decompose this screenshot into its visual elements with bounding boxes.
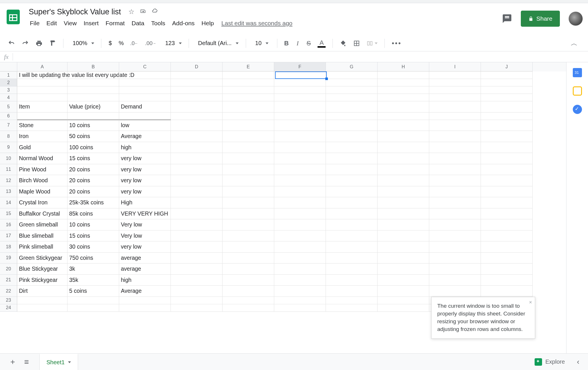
star-icon[interactable]: ☆ [128,8,135,16]
cell-I20[interactable] [429,264,481,275]
cell-D18[interactable] [171,241,223,253]
cell-G20[interactable] [326,264,378,275]
cell-G1[interactable] [326,71,378,79]
cell-F12[interactable] [274,175,326,186]
cell-H6[interactable] [378,113,429,120]
col-header-B[interactable]: B [67,62,119,71]
cell-A6[interactable] [17,113,67,120]
cell-B9[interactable]: 100 coins [67,142,119,153]
cell-H18[interactable] [378,241,429,253]
cell-I12[interactable] [429,175,481,186]
cell-J8[interactable] [481,131,533,142]
cell-E13[interactable] [223,186,274,197]
cell-F6[interactable] [274,113,326,120]
cell-E21[interactable] [223,275,274,286]
cell-D13[interactable] [171,186,223,197]
cell-D10[interactable] [171,153,223,164]
col-header-J[interactable]: J [481,62,533,71]
cell-C9[interactable]: high [119,142,171,153]
cell-C17[interactable]: Very low [119,230,171,242]
strikethrough-icon[interactable]: S [304,38,314,49]
cell-H3[interactable] [378,86,429,94]
row-header-1[interactable]: 1 [0,71,17,79]
row-header-2[interactable]: 2 [0,79,17,86]
cell-G23[interactable] [326,297,378,304]
cell-G24[interactable] [326,304,378,312]
col-header-F[interactable]: F [274,62,326,71]
all-sheets-button[interactable]: ≡ [20,354,33,369]
cell-I21[interactable] [429,275,481,286]
select-all-corner[interactable] [0,62,17,71]
cell-H4[interactable] [378,94,429,101]
row-header-10[interactable]: 10 [0,153,17,164]
cell-A2[interactable] [17,79,67,86]
cell-E7[interactable] [223,120,274,131]
cell-H22[interactable] [378,286,429,297]
cell-B6[interactable] [67,113,119,120]
cell-H1[interactable] [378,71,429,79]
cell-G9[interactable] [326,142,378,153]
cell-J20[interactable] [481,264,533,275]
cell-D19[interactable] [171,253,223,264]
bold-icon[interactable]: B [281,38,292,49]
cell-C18[interactable]: very low [119,241,171,253]
cell-H12[interactable] [378,175,429,186]
cell-B15[interactable]: 85k coins [67,208,119,220]
cell-A10[interactable]: Normal Wood [17,153,67,164]
cell-A19[interactable]: Green Stickygear [17,253,67,264]
percent-button[interactable]: % [116,40,126,47]
cell-I3[interactable] [429,86,481,94]
cell-I10[interactable] [429,153,481,164]
increase-decimal-icon[interactable]: .00→ [142,38,159,48]
cell-C24[interactable] [119,304,171,312]
cell-J14[interactable] [481,197,533,208]
cell-F14[interactable] [274,197,326,208]
cell-B1[interactable] [67,71,119,79]
cell-D24[interactable] [171,304,223,312]
cell-I15[interactable] [429,208,481,220]
cell-F10[interactable] [274,153,326,164]
paint-format-icon[interactable] [47,38,59,49]
cell-E3[interactable] [223,86,274,94]
cell-C8[interactable]: Average [119,131,171,142]
cell-D7[interactable] [171,120,223,131]
cell-I7[interactable] [429,120,481,131]
col-header-G[interactable]: G [326,62,378,71]
italic-icon[interactable]: I [293,38,303,49]
move-icon[interactable] [140,8,146,16]
cell-G21[interactable] [326,275,378,286]
cell-A22[interactable]: Dirt [17,286,67,297]
cell-G8[interactable] [326,131,378,142]
row-header-20[interactable]: 20 [0,264,17,275]
cell-J22[interactable] [481,286,533,297]
menu-addons[interactable]: Add-ons [169,18,198,28]
cell-B24[interactable] [67,304,119,312]
menu-tools[interactable]: Tools [148,18,169,28]
col-header-H[interactable]: H [378,62,429,71]
number-format-dropdown[interactable]: 123 [160,40,184,47]
explore-button[interactable]: Explore ‹ [532,354,582,369]
cell-B3[interactable] [67,86,119,94]
cell-G16[interactable] [326,219,378,230]
cell-C10[interactable]: very low [119,153,171,164]
cell-H14[interactable] [378,197,429,208]
cell-G15[interactable] [326,208,378,220]
col-header-E[interactable]: E [223,62,274,71]
cell-H7[interactable] [378,120,429,131]
cell-D8[interactable] [171,131,223,142]
document-title[interactable]: Super's Skyblock Value list [26,7,123,17]
cell-E16[interactable] [223,219,274,230]
cell-F3[interactable] [274,86,326,94]
borders-icon[interactable] [351,38,363,48]
cell-H24[interactable] [378,304,429,312]
menu-help[interactable]: Help [198,18,217,28]
cell-G17[interactable] [326,230,378,242]
cell-A21[interactable]: Pink Stickygear [17,275,67,286]
cell-I1[interactable] [429,71,481,79]
cell-H17[interactable] [378,230,429,242]
cell-E2[interactable] [223,79,274,86]
cell-C2[interactable] [119,79,171,86]
row-header-7[interactable]: 7 [0,120,17,131]
cell-C16[interactable]: Very low [119,219,171,230]
cell-D12[interactable] [171,175,223,186]
